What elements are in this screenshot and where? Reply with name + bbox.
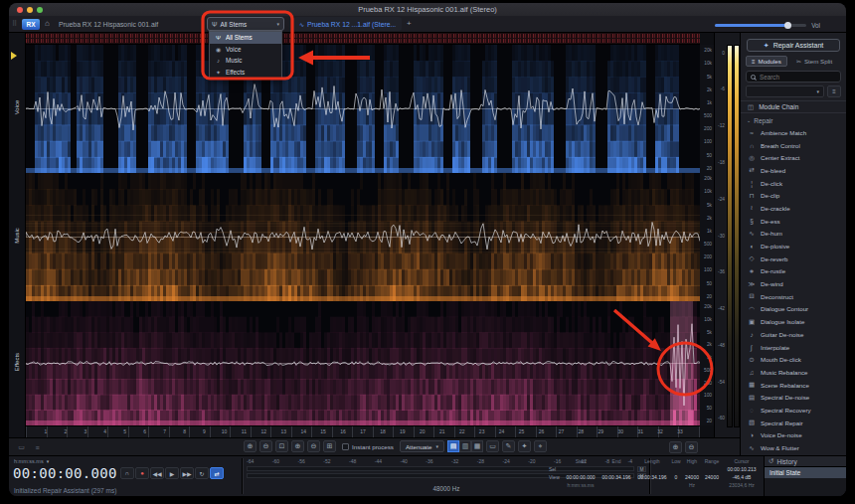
tool-button-1[interactable]: ✎ bbox=[502, 440, 515, 452]
module-item-de-crackle[interactable]: ≀De-crackle bbox=[741, 202, 846, 215]
attenuate-dropdown[interactable]: Attenuate▾ bbox=[400, 440, 444, 452]
corner-tool-0[interactable]: ▭ bbox=[15, 441, 28, 453]
module-item-music-rebalance[interactable]: ♫Music Rebalance bbox=[741, 366, 846, 379]
meter-scale: 0-6-12-18-24-30-36-42-48-54-60 bbox=[715, 45, 726, 425]
time-format-selector[interactable]: h:mm:ss.ms ▾ bbox=[14, 458, 49, 464]
module-item-de-ess[interactable]: §De-ess bbox=[741, 215, 846, 228]
instant-process-checkbox[interactable] bbox=[342, 443, 349, 450]
tool-button-3[interactable]: ⌖ bbox=[534, 440, 547, 452]
ruler-label: 25 bbox=[519, 428, 525, 434]
preset-menu-button[interactable]: ≡ bbox=[827, 85, 841, 97]
track-label-music[interactable]: Music bbox=[14, 218, 20, 253]
module-item-dialogue-isolate[interactable]: ▣Dialogue Isolate bbox=[741, 315, 846, 328]
module-chain-label: Module Chain bbox=[759, 103, 798, 110]
record-button[interactable]: ● bbox=[135, 467, 149, 479]
module-item-guitar-de-noise[interactable]: ♪Guitar De-noise bbox=[741, 328, 846, 341]
chevron-down-icon: ⌄ bbox=[747, 117, 751, 123]
zoom-button-2[interactable]: ⊡ bbox=[275, 440, 288, 452]
repair-section-header[interactable]: ⌄ Repair bbox=[741, 115, 846, 125]
module-item-breath-control[interactable]: ∩Breath Control bbox=[741, 139, 846, 152]
play-button[interactable]: ▶ bbox=[165, 467, 179, 479]
module-item-dialogue-contour[interactable]: ◠Dialogue Contour bbox=[741, 303, 846, 316]
view-mode-2[interactable]: ▦ bbox=[471, 440, 483, 452]
skip-forward-button[interactable]: ▶▶ bbox=[180, 467, 194, 479]
stems-menu-item-effects[interactable]: ✦Effects bbox=[210, 67, 281, 79]
module-item-de-reverb[interactable]: ◇De-reverb bbox=[741, 252, 846, 265]
module-item-de-plosive[interactable]: ◖De-plosive bbox=[741, 240, 846, 252]
track-label-voice[interactable]: Voice bbox=[14, 89, 20, 125]
module-item-deconstruct[interactable]: ⊟Deconstruct bbox=[741, 290, 846, 303]
de-crackle-icon: ≀ bbox=[748, 204, 756, 212]
output-scale-number: -36 bbox=[426, 458, 432, 464]
module-item-ambience-match[interactable]: ≈Ambience Match bbox=[741, 126, 846, 139]
stems-menu-item-music[interactable]: ♪Music bbox=[210, 55, 281, 67]
module-item-center-extract[interactable]: ◎Center Extract bbox=[741, 151, 846, 164]
loop-button[interactable]: ↻ bbox=[195, 467, 209, 479]
zoom-right-0[interactable]: ⊕ bbox=[669, 441, 682, 453]
volume-slider[interactable] bbox=[715, 24, 806, 27]
volume-slider-knob[interactable] bbox=[784, 22, 791, 29]
module-item-scene-rebalance[interactable]: ▦Scene Rebalance bbox=[741, 379, 846, 392]
zoom-button-1[interactable]: ⊖ bbox=[259, 440, 272, 452]
waveform-icon: ∿ bbox=[299, 21, 304, 28]
waveform-overview[interactable] bbox=[26, 33, 700, 45]
spectrogram-effects[interactable] bbox=[26, 301, 700, 425]
tool-button-0[interactable]: ▭ bbox=[486, 440, 499, 452]
skip-back-button[interactable]: ◀◀ bbox=[150, 467, 164, 479]
module-item-de-hum[interactable]: ∿De-hum bbox=[741, 228, 846, 241]
ruler-label: 19 bbox=[400, 428, 406, 434]
module-item-spectral-repair[interactable]: ▧Spectral Repair bbox=[741, 417, 846, 429]
module-item-wow-flutter[interactable]: ∿Wow & Flutter bbox=[741, 441, 846, 454]
history-item[interactable]: Initial State bbox=[765, 467, 846, 478]
tool-button-2[interactable]: ✦ bbox=[518, 440, 531, 452]
module-item-de-clip[interactable]: ⊓De-clip bbox=[741, 189, 846, 202]
view-mode-1[interactable]: ▥ bbox=[459, 440, 471, 452]
frequency-label: 100 bbox=[704, 267, 712, 272]
frequency-label: 100 bbox=[704, 139, 712, 144]
zoom-button-5[interactable]: ⊞ bbox=[323, 440, 336, 452]
zoom-button-3[interactable]: ⊕ bbox=[291, 440, 304, 452]
zoom-button-4[interactable]: ⊖ bbox=[307, 440, 320, 452]
module-item-mouth-de-click[interactable]: ⊙Mouth De-click bbox=[741, 353, 846, 366]
module-item-label: De-rustle bbox=[761, 267, 785, 274]
app-grid-icon[interactable]: ⠿ bbox=[12, 20, 17, 28]
module-item-de-rustle[interactable]: ∗De-rustle bbox=[741, 265, 846, 278]
zoom-button-0[interactable]: ⊕ bbox=[244, 440, 256, 452]
timeline-ruler[interactable]: 1234567891011121314151617181920212223242… bbox=[26, 425, 700, 437]
module-item-de-click[interactable]: ¦De-click bbox=[741, 177, 846, 190]
module-item-spectral-de-noise[interactable]: ▤Spectral De-noise bbox=[741, 391, 846, 404]
view-mode-0[interactable]: ▤ bbox=[447, 440, 459, 452]
output-scale-number: -20 bbox=[528, 458, 535, 464]
track-label-effects[interactable]: Effects bbox=[14, 344, 20, 380]
spectrogram-voice[interactable] bbox=[26, 45, 700, 173]
repair-assistant-button[interactable]: ✦ Repair Assistant bbox=[747, 39, 840, 52]
module-search-input[interactable] bbox=[760, 74, 829, 81]
effects-icon: ✦ bbox=[215, 69, 222, 76]
tab-modules[interactable]: ≡ Modules bbox=[746, 56, 787, 67]
repair-assistant-icon: ✦ bbox=[764, 42, 770, 50]
home-icon[interactable]: ⌂ bbox=[45, 19, 50, 28]
stems-menu-item-voice[interactable]: ◉Voice bbox=[210, 44, 281, 56]
spectral-recovery-icon: ◌ bbox=[748, 407, 756, 414]
module-search[interactable] bbox=[746, 71, 841, 83]
tab-file-2-active[interactable]: ∿ Prueba RX 12 ...1.aif (Stere... bbox=[293, 17, 402, 31]
stems-dropdown-button[interactable]: Ψ All Stems ▾ bbox=[207, 17, 284, 31]
module-item-de-wind[interactable]: ≫De-wind bbox=[741, 277, 846, 290]
module-item-de-bleed[interactable]: ⇄De-bleed bbox=[741, 164, 846, 177]
module-item-interpolate[interactable]: ∫Interpolate bbox=[741, 341, 846, 354]
tab-file-1[interactable]: Prueba RX 12 Hispasonic 001.aif bbox=[59, 21, 158, 28]
playhead-marker[interactable] bbox=[11, 52, 17, 60]
module-chain-item[interactable]: ◫ Module Chain bbox=[741, 100, 846, 113]
zoom-right-1[interactable]: ⊖ bbox=[685, 441, 698, 453]
module-item-spectral-recovery[interactable]: ◌Spectral Recovery bbox=[741, 404, 846, 417]
add-tab-button[interactable]: + bbox=[407, 19, 412, 28]
selinfo-unit: 23034,6 Hz bbox=[722, 482, 762, 488]
preset-dropdown[interactable]: ▾ bbox=[746, 85, 824, 97]
spectrogram-music[interactable] bbox=[26, 173, 700, 301]
tab-stem-split[interactable]: ✂ Stem Split bbox=[790, 56, 838, 67]
monitor-button[interactable]: ∩ bbox=[120, 467, 134, 479]
module-item-voice-de-noise[interactable]: ◑Voice De-noise bbox=[741, 429, 846, 442]
corner-tool-1[interactable]: ≡ bbox=[31, 441, 44, 453]
stems-menu-item-all-stems[interactable]: ΨAll Stems bbox=[210, 32, 281, 44]
follow-playhead-button[interactable]: ⇄ bbox=[210, 467, 224, 479]
